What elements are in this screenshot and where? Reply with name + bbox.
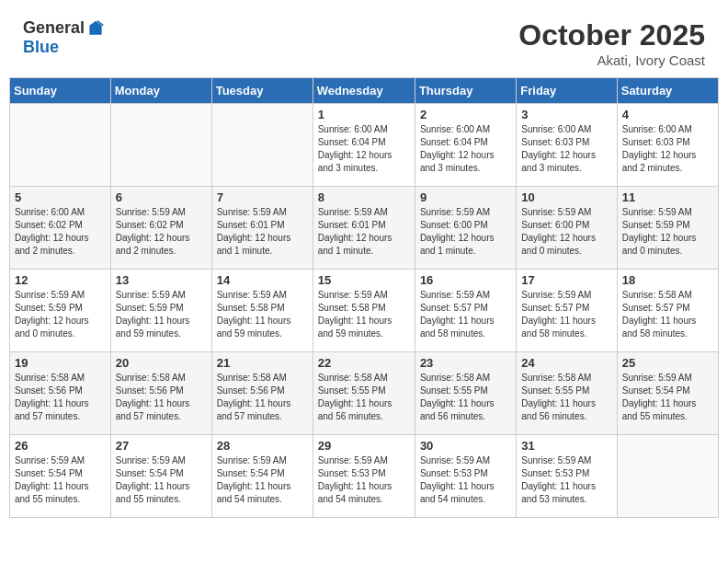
- day-info: Sunrise: 5:59 AM Sunset: 5:58 PM Dayligh…: [217, 289, 308, 340]
- day-info: Sunrise: 6:00 AM Sunset: 6:04 PM Dayligh…: [420, 123, 511, 175]
- day-number: 18: [622, 273, 713, 287]
- calendar-cell: 29Sunrise: 5:59 AM Sunset: 5:53 PM Dayli…: [313, 435, 415, 518]
- day-number: 1: [318, 108, 410, 121]
- day-number: 14: [217, 273, 308, 287]
- day-number: 26: [15, 439, 106, 453]
- day-info: Sunrise: 5:59 AM Sunset: 5:54 PM Dayligh…: [15, 454, 106, 506]
- calendar-cell: 11Sunrise: 5:59 AM Sunset: 5:59 PM Dayli…: [617, 187, 718, 270]
- day-number: 16: [420, 273, 511, 287]
- calendar-cell: 2Sunrise: 6:00 AM Sunset: 6:04 PM Daylig…: [415, 104, 516, 187]
- day-info: Sunrise: 6:00 AM Sunset: 6:03 PM Dayligh…: [521, 123, 611, 175]
- logo-general-text: General: [23, 18, 85, 38]
- day-info: Sunrise: 5:59 AM Sunset: 6:00 PM Dayligh…: [521, 206, 611, 258]
- calendar-body: 1Sunrise: 6:00 AM Sunset: 6:04 PM Daylig…: [10, 104, 719, 518]
- weekday-header-tuesday: Tuesday: [211, 78, 313, 104]
- calendar-header-row: SundayMondayTuesdayWednesdayThursdayFrid…: [10, 78, 719, 104]
- day-number: 13: [116, 273, 207, 287]
- day-info: Sunrise: 5:59 AM Sunset: 5:59 PM Dayligh…: [622, 206, 713, 258]
- calendar-cell: [617, 435, 718, 518]
- month-title: October 2025: [518, 18, 705, 52]
- day-number: 24: [521, 356, 611, 370]
- calendar-cell: 31Sunrise: 5:59 AM Sunset: 5:53 PM Dayli…: [517, 435, 617, 518]
- day-info: Sunrise: 5:59 AM Sunset: 5:57 PM Dayligh…: [521, 289, 611, 340]
- day-info: Sunrise: 5:58 AM Sunset: 5:56 PM Dayligh…: [15, 372, 106, 423]
- calendar-week-row: 5Sunrise: 6:00 AM Sunset: 6:02 PM Daylig…: [10, 187, 719, 270]
- calendar-cell: 6Sunrise: 5:59 AM Sunset: 6:02 PM Daylig…: [110, 187, 211, 270]
- calendar-cell: [211, 104, 313, 187]
- calendar-cell: 1Sunrise: 6:00 AM Sunset: 6:04 PM Daylig…: [313, 104, 415, 187]
- calendar-cell: 25Sunrise: 5:59 AM Sunset: 5:54 PM Dayli…: [617, 352, 718, 435]
- day-info: Sunrise: 5:58 AM Sunset: 5:56 PM Dayligh…: [116, 372, 207, 423]
- calendar-cell: 23Sunrise: 5:58 AM Sunset: 5:55 PM Dayli…: [415, 352, 516, 435]
- day-info: Sunrise: 5:59 AM Sunset: 5:54 PM Dayligh…: [217, 454, 308, 506]
- day-info: Sunrise: 5:59 AM Sunset: 5:57 PM Dayligh…: [420, 289, 511, 340]
- weekday-header-thursday: Thursday: [415, 78, 516, 104]
- day-info: Sunrise: 5:59 AM Sunset: 6:00 PM Dayligh…: [420, 206, 511, 258]
- day-info: Sunrise: 5:58 AM Sunset: 5:55 PM Dayligh…: [318, 372, 410, 423]
- day-number: 11: [622, 190, 713, 204]
- calendar-cell: 21Sunrise: 5:58 AM Sunset: 5:56 PM Dayli…: [211, 352, 313, 435]
- calendar-cell: 24Sunrise: 5:58 AM Sunset: 5:55 PM Dayli…: [517, 352, 617, 435]
- calendar-cell: [10, 104, 111, 187]
- calendar-cell: 16Sunrise: 5:59 AM Sunset: 5:57 PM Dayli…: [415, 270, 516, 352]
- day-info: Sunrise: 5:58 AM Sunset: 5:56 PM Dayligh…: [217, 372, 308, 423]
- logo-icon: [86, 19, 105, 38]
- calendar-cell: 4Sunrise: 6:00 AM Sunset: 6:03 PM Daylig…: [617, 104, 718, 187]
- weekday-header-friday: Friday: [517, 78, 617, 104]
- day-number: 21: [217, 356, 308, 370]
- calendar-cell: 7Sunrise: 5:59 AM Sunset: 6:01 PM Daylig…: [211, 187, 313, 270]
- page-header: General Blue October 2025 Akati, Ivory C…: [9, 9, 719, 73]
- calendar-week-row: 1Sunrise: 6:00 AM Sunset: 6:04 PM Daylig…: [10, 104, 719, 187]
- day-number: 20: [116, 356, 207, 370]
- weekday-header-monday: Monday: [110, 78, 211, 104]
- day-number: 5: [15, 190, 106, 204]
- day-number: 31: [521, 439, 611, 453]
- weekday-header-saturday: Saturday: [617, 78, 718, 104]
- day-info: Sunrise: 5:59 AM Sunset: 6:01 PM Dayligh…: [318, 206, 410, 258]
- day-info: Sunrise: 5:58 AM Sunset: 5:55 PM Dayligh…: [521, 372, 611, 423]
- calendar-cell: 14Sunrise: 5:59 AM Sunset: 5:58 PM Dayli…: [211, 270, 313, 352]
- day-number: 9: [420, 190, 511, 204]
- day-number: 2: [420, 108, 511, 121]
- day-number: 30: [420, 439, 511, 453]
- calendar-cell: 22Sunrise: 5:58 AM Sunset: 5:55 PM Dayli…: [313, 352, 415, 435]
- day-number: 12: [15, 273, 106, 287]
- day-number: 6: [116, 190, 207, 204]
- location-subtitle: Akati, Ivory Coast: [518, 52, 705, 68]
- day-number: 22: [318, 356, 410, 370]
- day-number: 19: [15, 356, 106, 370]
- day-number: 27: [116, 439, 207, 453]
- day-info: Sunrise: 5:59 AM Sunset: 5:54 PM Dayligh…: [116, 454, 207, 506]
- calendar-cell: [110, 104, 211, 187]
- calendar-cell: 15Sunrise: 5:59 AM Sunset: 5:58 PM Dayli…: [313, 270, 415, 352]
- day-number: 15: [318, 273, 410, 287]
- day-number: 7: [217, 190, 308, 204]
- day-info: Sunrise: 5:59 AM Sunset: 5:53 PM Dayligh…: [521, 454, 611, 506]
- calendar-cell: 9Sunrise: 5:59 AM Sunset: 6:00 PM Daylig…: [415, 187, 516, 270]
- calendar-cell: 3Sunrise: 6:00 AM Sunset: 6:03 PM Daylig…: [517, 104, 617, 187]
- calendar-table: SundayMondayTuesdayWednesdayThursdayFrid…: [9, 77, 719, 518]
- calendar-cell: 20Sunrise: 5:58 AM Sunset: 5:56 PM Dayli…: [110, 352, 211, 435]
- day-number: 3: [521, 108, 611, 121]
- day-info: Sunrise: 6:00 AM Sunset: 6:02 PM Dayligh…: [15, 206, 106, 258]
- calendar-cell: 17Sunrise: 5:59 AM Sunset: 5:57 PM Dayli…: [517, 270, 617, 352]
- calendar-cell: 18Sunrise: 5:58 AM Sunset: 5:57 PM Dayli…: [617, 270, 718, 352]
- calendar-cell: 19Sunrise: 5:58 AM Sunset: 5:56 PM Dayli…: [10, 352, 111, 435]
- day-info: Sunrise: 5:59 AM Sunset: 5:53 PM Dayligh…: [318, 454, 410, 506]
- calendar-cell: 26Sunrise: 5:59 AM Sunset: 5:54 PM Dayli…: [10, 435, 111, 518]
- day-info: Sunrise: 5:59 AM Sunset: 5:59 PM Dayligh…: [116, 289, 207, 340]
- day-info: Sunrise: 5:58 AM Sunset: 5:57 PM Dayligh…: [622, 289, 713, 340]
- calendar-cell: 28Sunrise: 5:59 AM Sunset: 5:54 PM Dayli…: [211, 435, 313, 518]
- calendar-cell: 27Sunrise: 5:59 AM Sunset: 5:54 PM Dayli…: [110, 435, 211, 518]
- weekday-header-sunday: Sunday: [10, 78, 111, 104]
- calendar-cell: 10Sunrise: 5:59 AM Sunset: 6:00 PM Dayli…: [517, 187, 617, 270]
- calendar-week-row: 19Sunrise: 5:58 AM Sunset: 5:56 PM Dayli…: [10, 352, 719, 435]
- day-info: Sunrise: 5:59 AM Sunset: 5:59 PM Dayligh…: [15, 289, 106, 340]
- day-number: 25: [622, 356, 713, 370]
- day-info: Sunrise: 5:59 AM Sunset: 5:58 PM Dayligh…: [318, 289, 410, 340]
- calendar-week-row: 12Sunrise: 5:59 AM Sunset: 5:59 PM Dayli…: [10, 270, 719, 352]
- day-number: 23: [420, 356, 511, 370]
- logo: General Blue: [23, 18, 105, 57]
- title-section: October 2025 Akati, Ivory Coast: [518, 18, 705, 68]
- day-number: 17: [521, 273, 611, 287]
